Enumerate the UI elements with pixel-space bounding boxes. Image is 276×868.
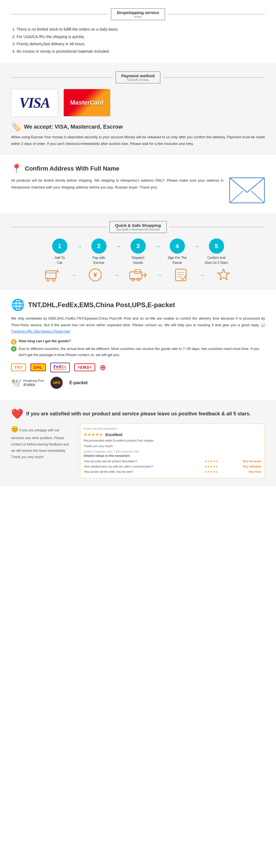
- qa-answer-row: A Due to different countries, the arriva…: [11, 346, 265, 358]
- svg-rect-0: [229, 178, 265, 203]
- payment-subtitle: Способ оплаты: [121, 78, 155, 82]
- smiley-icon: 😊: [11, 426, 19, 433]
- hk-post-logo: 🕊️ Hongkong Post香港郵政: [11, 377, 44, 388]
- dhl-logo: DHL: [30, 364, 46, 371]
- accept-title: We accept: VISA, Mastercard, Escrow: [24, 124, 123, 130]
- svg-point-5: [47, 278, 50, 281]
- step-label-4: Sign For TheParcel: [167, 255, 187, 265]
- visa-logo: VISA: [19, 95, 50, 111]
- svg-rect-22: [176, 269, 186, 281]
- step-label-2: Pay withEscrow: [92, 255, 105, 265]
- svg-point-6: [53, 278, 55, 281]
- address-content: All products will be tested strictly bef…: [11, 177, 265, 205]
- shopping-title: Quick & Safe Shopping: [115, 223, 161, 228]
- carrier-logos-row2: 🕊️ Hongkong Post香港郵政 UPS E-packet: [11, 377, 265, 389]
- step-label-1: Add ToCat: [54, 255, 65, 265]
- step-arrow-2: →: [115, 239, 121, 250]
- step-icon-arrow-1: →: [69, 272, 79, 278]
- feedback-content: 😊 If you are unhappy with our serviceor …: [11, 424, 265, 478]
- svg-point-17: [132, 278, 134, 281]
- feedback-card: Please rate this transaction: ★★★★★ Exce…: [80, 424, 265, 478]
- fb-rating-row-2: How satisfied were you with the seller's…: [84, 464, 261, 469]
- shopping-banner: Quick & Safe Shopping быстрой и безопасн…: [11, 221, 265, 233]
- fb-rating-stars-3: ★★★★★: [205, 469, 228, 474]
- fb-stars: ★★★★★: [84, 432, 103, 437]
- svg-point-18: [137, 278, 140, 281]
- qa-answer: Due to different countries, the arrival …: [19, 346, 265, 358]
- fb-rating-row-3: How quickly did the seller ship the item…: [84, 469, 261, 474]
- fb-rating-row-1: How accurate was the product description…: [84, 459, 261, 464]
- step-num-5: 5: [215, 243, 218, 250]
- carrier-logos: TNT DHL FedEx Express =EMS= ⊕: [11, 363, 265, 372]
- qa-question: How long can I get the goods?: [19, 339, 71, 343]
- q-badge: Q: [11, 339, 17, 345]
- a-badge: A: [11, 346, 17, 352]
- steps-numbers-row: 1 Add ToCat → 2 Pay withEscrow → 3 Dispa…: [11, 239, 265, 265]
- fb-review-line2: Thank you very much.: [84, 444, 262, 448]
- fb-rating-q3: How quickly did the seller ship the item…: [84, 469, 204, 474]
- step-4: 4 Sign For TheParcel: [161, 239, 194, 265]
- steps-icons-row: → ¥ → → →: [11, 268, 265, 282]
- step-circle-2: 2: [91, 239, 106, 254]
- address-title: Confirm Address With Full Name: [25, 165, 119, 172]
- fb-excellent: Excellent: [105, 432, 122, 437]
- svg-rect-15: [130, 272, 142, 279]
- feedback-title: If you are satisfied with our product an…: [26, 410, 251, 417]
- svg-marker-26: [218, 269, 229, 280]
- step-arrow-1: →: [76, 239, 82, 250]
- location-icon: 📍: [11, 163, 22, 174]
- title-line-left: [11, 14, 108, 14]
- fb-rating-label-3: Very Fast: [229, 469, 261, 474]
- step-icon-arrow-2: →: [112, 272, 121, 278]
- accept-row: 🏷️ We accept: VISA, Mastercard, Escrow: [11, 122, 265, 132]
- fb-rating-q2: How satisfied were you with the seller's…: [84, 464, 204, 469]
- step-num-1: 1: [58, 243, 61, 250]
- dropshipping-title: Dropshipping service: [117, 10, 159, 15]
- step-arrow-4: →: [194, 239, 200, 250]
- hk-icon: 🕊️: [11, 377, 22, 388]
- drop-item-1: There is no limited stock to fulfill the…: [17, 26, 265, 33]
- shipping-section: 🌐 TNT,DHL,FedEx,EMS,China Post,UPS,E-pac…: [0, 290, 276, 400]
- step-circle-3: 3: [130, 239, 146, 254]
- shopping-section: Quick & Safe Shopping быстрой и безопасн…: [0, 213, 276, 290]
- fb-review-line1: Recommended seller.Excellent product.Fas…: [84, 438, 262, 443]
- step-circle-1: 1: [52, 239, 67, 254]
- address-section: 📍 Confirm Address With Full Name All pro…: [0, 155, 276, 213]
- step-3: 3 DispatchGoods: [121, 239, 155, 265]
- dropshipping-subtitle: услуг: [117, 15, 159, 18]
- feedback-left-paragraph: If you are unhappy with our serviceor an…: [11, 428, 69, 459]
- svg-text:¥: ¥: [93, 271, 97, 278]
- step-label-5: Confirm AndGive Us 5 Stars: [205, 255, 228, 265]
- dropshipping-section: Dropshipping service услуг There is no l…: [0, 0, 276, 63]
- fb-card-top-label: Please rate this transaction:: [84, 427, 262, 430]
- step-1: 1 Add ToCat: [43, 239, 76, 265]
- epacket-logo: E-packet: [69, 380, 88, 385]
- feedback-header: ❤️ If you are satisfied with our product…: [11, 408, 265, 420]
- step-icon-5: [207, 268, 240, 282]
- mastercard-logo: MasterCard: [70, 99, 103, 106]
- fb-rating-stars-2: ★★★★★: [205, 464, 228, 469]
- fb-stars-row: ★★★★★ Excellent: [84, 432, 262, 437]
- step-num-2: 2: [97, 243, 100, 250]
- heart-icon: ❤️: [11, 408, 24, 420]
- drop-item-2: For USA/CA /RU the shipping is quickly.: [17, 33, 265, 40]
- globe-icon: 🌐: [11, 298, 25, 311]
- step-num-3: 3: [136, 243, 140, 250]
- fb-detailed-label: Detailed ratings on this transaction: [84, 454, 262, 457]
- dropshipping-title-box: Dropshipping service услуг: [111, 8, 165, 20]
- shipping-text-main: We ship worldwide by EMS,DHL,FedEx,TNT,E…: [11, 316, 265, 327]
- feedback-section: ❤️ If you are satisfied with our product…: [0, 400, 276, 487]
- feedback-card-area: Please rate this transaction: ★★★★★ Exce…: [80, 424, 265, 478]
- step-label-3: DispatchGoods: [132, 255, 145, 265]
- shopping-title-box: Quick & Safe Shopping быстрой и безопасн…: [109, 221, 167, 233]
- drop-item-4: No invoice or receip or promotional mate…: [17, 48, 265, 55]
- address-text: All products will be tested strictly bef…: [11, 177, 223, 191]
- drop-item-3: Priority delivery,fast delivery in 48 ho…: [17, 40, 265, 48]
- step-icon-arrow-3: →: [155, 272, 164, 278]
- fb-rating-stars-1: ★★★★★: [205, 459, 228, 464]
- fb-chars-label: English characters only. 1,000 character…: [84, 450, 262, 453]
- tnt-logo: TNT: [11, 364, 26, 371]
- step-circle-4: 4: [170, 239, 185, 254]
- ups-logo: UPS: [51, 377, 63, 389]
- dropshipping-list: There is no limited stock to fulfill the…: [11, 26, 265, 55]
